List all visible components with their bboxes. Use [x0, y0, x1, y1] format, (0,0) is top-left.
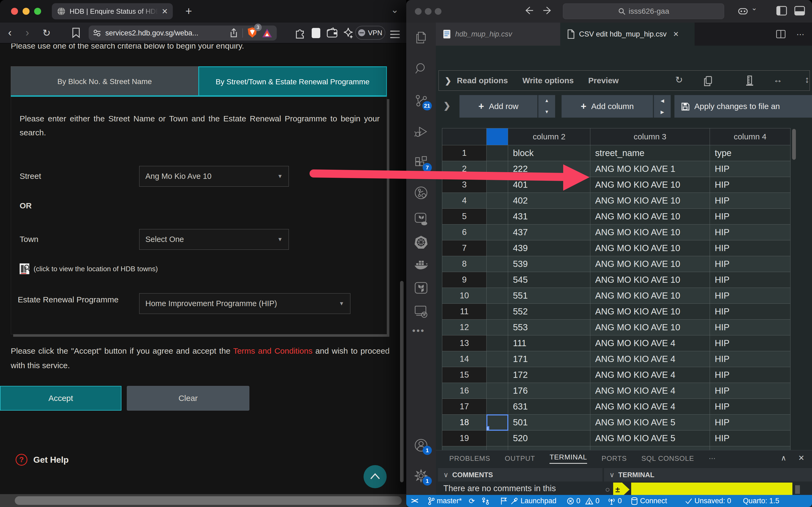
table-cell[interactable]: ANG MO KIO AVE 4 [590, 383, 710, 399]
tab-problems[interactable]: PROBLEMS [449, 454, 490, 463]
ports-item[interactable]: 0 [608, 497, 622, 505]
table-cell[interactable]: ANG MO KIO AVE 1 [590, 161, 710, 177]
table-cell[interactable]: type [710, 145, 791, 161]
vpn-button[interactable]: VPN [355, 26, 385, 40]
terminal-section-header[interactable]: ∨ TERMINAL [604, 468, 812, 482]
selected-column-header[interactable] [487, 128, 508, 145]
run-debug-icon[interactable] [414, 125, 428, 138]
table-cell[interactable]: HIP [710, 320, 791, 335]
close-panel-icon[interactable]: ✕ [798, 454, 805, 462]
cell-fill-handle[interactable] [487, 426, 490, 431]
row-number-cell[interactable]: 19 [442, 431, 487, 446]
get-help-link[interactable]: ? Get Help [15, 454, 69, 466]
extensions-icon[interactable]: 7 [414, 156, 428, 169]
row-number-cell[interactable]: 13 [442, 335, 487, 351]
table-cell[interactable]: HIP [710, 209, 791, 225]
table-cell[interactable]: HIP [710, 304, 791, 320]
table-cell[interactable]: HIP [710, 177, 791, 193]
more-views-icon[interactable]: ••• [412, 326, 426, 339]
table-cell[interactable]: ANG MO KIO AVE 10 [590, 288, 710, 304]
copy-icon[interactable] [703, 76, 713, 86]
table-cell[interactable]: ANG MO KIO AVE 10 [590, 209, 710, 225]
table-cell[interactable]: 545 [508, 272, 590, 288]
kubernetes-icon[interactable] [414, 235, 428, 249]
refresh-icon[interactable]: ↻ [675, 74, 683, 85]
menu-hamburger-icon[interactable] [390, 29, 400, 40]
towns-map-icon[interactable] [19, 263, 30, 275]
navigate-forward-icon[interactable] [543, 6, 552, 15]
table-cell[interactable]: HIP [710, 240, 791, 256]
wallet-icon[interactable] [327, 27, 338, 38]
narrow-column-cell[interactable] [487, 161, 508, 177]
close-tab-icon[interactable]: ✕ [673, 30, 679, 39]
row-number-cell[interactable]: 3 [442, 177, 487, 193]
source-control-icon[interactable]: 21 [414, 94, 428, 108]
table-cell[interactable]: 111 [508, 335, 590, 351]
tab-csv-file[interactable]: hdb_mup_hip.csv [436, 22, 560, 46]
table-cell[interactable]: HIP [710, 161, 791, 177]
sidebar-icon[interactable] [311, 27, 321, 39]
row-position-stepper[interactable]: ▲▼ [538, 95, 555, 118]
narrow-column-cell[interactable] [487, 240, 508, 256]
narrow-column-cell[interactable] [487, 383, 508, 399]
corner-header-cell[interactable] [442, 128, 487, 145]
launchpad-item[interactable]: Launchpad [500, 497, 556, 505]
terminal-scrollbar[interactable] [795, 485, 800, 494]
share-icon[interactable] [230, 28, 238, 38]
table-cell[interactable]: ANG MO KIO AVE 5 [590, 431, 710, 446]
new-tab-button[interactable]: + [186, 5, 192, 18]
git-branch-item[interactable]: master* [428, 497, 462, 505]
row-number-cell[interactable]: 10 [442, 288, 487, 304]
close-tab-icon[interactable]: ✕ [162, 7, 168, 16]
accounts-icon[interactable]: 1 [414, 438, 428, 452]
bat-rewards-icon[interactable] [262, 28, 272, 38]
column-header[interactable]: column 2 [508, 128, 590, 145]
minimize-window-button[interactable] [22, 8, 30, 15]
unsaved-item[interactable]: Unsaved: 0 [685, 497, 731, 505]
table-cell[interactable]: 552 [508, 304, 590, 320]
chevron-right-icon[interactable]: ❯ [445, 76, 451, 86]
row-number-cell[interactable]: 18 [442, 415, 487, 431]
tab-by-block-street[interactable]: By Block No. & Street Name [11, 66, 198, 97]
explorer-icon[interactable] [414, 31, 428, 45]
connect-item[interactable]: Connect [631, 497, 667, 505]
settings-gear-icon[interactable]: 1 [414, 469, 428, 483]
table-cell[interactable]: ANG MO KIO AVE 4 [590, 399, 710, 415]
street-select[interactable]: Ang Mo Kio Ave 10 ▼ [139, 166, 289, 187]
table-cell[interactable]: HIP [710, 431, 791, 446]
row-number-cell[interactable]: 5 [442, 209, 487, 225]
write-options-button[interactable]: Write options [522, 76, 574, 85]
preview-button[interactable]: Preview [588, 76, 618, 85]
table-cell[interactable]: ANG MO KIO AVE 10 [590, 272, 710, 288]
search-icon[interactable] [414, 61, 428, 75]
apply-changes-button[interactable]: Apply changes to file an [674, 95, 812, 118]
table-vertical-scrollbar[interactable] [792, 129, 796, 160]
table-cell[interactable]: ANG MO KIO AVE 10 [590, 304, 710, 320]
selected-cell[interactable] [487, 415, 508, 431]
comments-section-header[interactable]: ∨ COMMENTS [438, 468, 602, 482]
quarto-item[interactable]: Quarto: 1.5 [743, 497, 779, 505]
column-position-stepper[interactable]: ◀▶ [654, 95, 671, 118]
erp-select[interactable]: Home Improvement Programme (HIP) ▼ [139, 293, 350, 314]
column-header[interactable]: column 4 [710, 128, 791, 145]
table-cell[interactable]: ANG MO KIO AVE 10 [590, 256, 710, 272]
brave-shield-icon[interactable]: 3 [247, 27, 257, 39]
narrow-column-cell[interactable] [487, 177, 508, 193]
table-cell[interactable]: HIP [710, 288, 791, 304]
table-cell[interactable]: street_name [590, 145, 710, 161]
row-number-cell[interactable]: 14 [442, 351, 487, 367]
row-number-cell[interactable]: 6 [442, 225, 487, 240]
remote-indicator[interactable]: >< [411, 497, 417, 505]
narrow-column-cell[interactable] [487, 335, 508, 351]
terms-and-conditions-link[interactable]: Terms and Conditions [233, 346, 312, 355]
column-header[interactable]: column 3 [590, 128, 710, 145]
table-cell[interactable]: ANG MO KIO AVE 5 [590, 415, 710, 431]
row-number-cell[interactable]: 15 [442, 367, 487, 383]
terraform-icon[interactable] [414, 281, 428, 295]
errors-item[interactable]: 0 [567, 497, 580, 505]
docker-icon[interactable] [414, 258, 428, 272]
sync-icon[interactable]: ⟳ [469, 497, 475, 505]
close-window-button[interactable] [415, 8, 421, 15]
table-cell[interactable]: ANG MO KIO AVE 10 [590, 225, 710, 240]
row-number-cell[interactable]: 8 [442, 256, 487, 272]
